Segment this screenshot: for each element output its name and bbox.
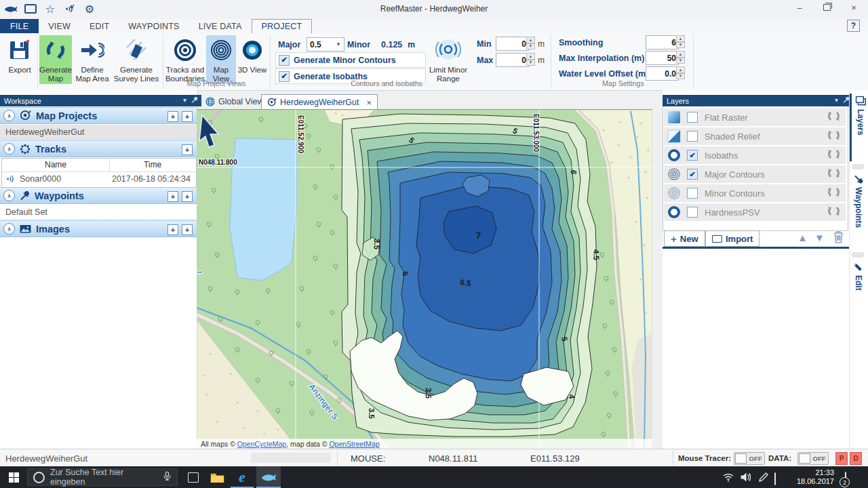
new-map-project-button[interactable]: +	[182, 111, 193, 122]
layer-row-isobaths[interactable]: ✔ Isobaths	[664, 146, 846, 164]
opencyclemap-link[interactable]: OpenCycleMap	[237, 440, 287, 448]
layers-panel-header[interactable]: Layers ▾	[663, 95, 853, 106]
waypoint-set-item[interactable]: Default Set	[0, 205, 197, 220]
generate-minor-contours-row[interactable]: ✔ Generate Minor Contours	[275, 52, 426, 68]
tracks-section-header[interactable]: ∧ Tracks +	[0, 140, 197, 157]
wifi-icon[interactable]	[723, 472, 734, 485]
max-interpolation-spinner[interactable]: ▲▼	[676, 51, 685, 64]
refresh-layer-icon[interactable]	[827, 186, 840, 201]
side-tab-edit[interactable]: Edit	[850, 260, 867, 309]
d-indicator-button[interactable]: D	[850, 452, 862, 465]
side-tab-layers[interactable]: Layers	[850, 94, 868, 161]
generate-isobaths-checkbox[interactable]: ✔	[279, 71, 290, 82]
task-view-button[interactable]	[183, 466, 203, 488]
taskbar-clock[interactable]: 21:33 18.06.2017	[797, 468, 834, 486]
refresh-layer-icon[interactable]	[827, 167, 840, 182]
internet-explorer-button[interactable]: e	[231, 466, 254, 488]
tracks-col-time[interactable]: Time	[109, 159, 195, 172]
refresh-layer-icon[interactable]	[827, 129, 840, 144]
add-track-button[interactable]: +	[182, 144, 193, 155]
tab-project[interactable]: PROJECT	[252, 19, 313, 33]
major-dropdown[interactable]: 0.5▼	[307, 37, 344, 52]
new-layer-button[interactable]: + New	[664, 230, 705, 247]
tab-herdewegweihergut[interactable]: HerdewegWeiherGut ×	[261, 94, 378, 110]
workspace-panel-header[interactable]: Workspace ▾	[0, 95, 201, 106]
data-toggle[interactable]: OFF	[797, 452, 829, 465]
min-input[interactable]: 0	[496, 37, 529, 51]
restore-button[interactable]	[822, 3, 831, 12]
import-layer-button[interactable]: Import	[705, 230, 760, 247]
collapse-icon[interactable]: ∧	[3, 223, 15, 235]
3d-view-button[interactable]: 3D View	[237, 35, 267, 84]
min-spinner[interactable]: ▲▼	[526, 37, 535, 49]
p-indicator-button[interactable]: P	[835, 452, 848, 465]
images-section-header[interactable]: ∧ Images ++	[0, 220, 197, 237]
new-waypoint-button[interactable]: +	[182, 191, 193, 202]
tab-global-view[interactable]: Global View	[200, 94, 269, 109]
tab-file[interactable]: FILE	[0, 19, 39, 33]
close-tab-icon[interactable]: ×	[367, 98, 372, 108]
volume-icon[interactable]	[741, 472, 751, 485]
export-button[interactable]: Export	[4, 35, 35, 84]
layer-checkbox[interactable]	[687, 112, 698, 123]
layer-checkbox[interactable]: ✔	[687, 169, 698, 180]
refresh-layer-icon[interactable]	[827, 148, 840, 163]
minimize-button[interactable]: –	[795, 3, 804, 12]
water-level-offset-input[interactable]: 0.0	[646, 66, 679, 81]
add-map-project-button[interactable]: +	[167, 111, 178, 122]
refresh-layer-icon[interactable]	[827, 110, 840, 125]
waypoints-section-header[interactable]: ∧ Waypoints ++	[0, 187, 197, 204]
generate-minor-contours-checkbox[interactable]: ✔	[279, 55, 290, 66]
map-project-item[interactable]: HerdewegWeiherGut	[0, 125, 197, 140]
tab-view[interactable]: VIEW	[39, 19, 80, 33]
collapse-icon[interactable]: ∧	[3, 143, 15, 155]
reefmaster-taskbar-button[interactable]	[256, 466, 281, 488]
layer-move-down-icon[interactable]: ▼	[814, 232, 825, 243]
start-button[interactable]	[0, 466, 27, 488]
layer-row-shaded-relief[interactable]: Shaded Relief	[664, 127, 846, 145]
max-input[interactable]: 0	[496, 53, 529, 67]
max-spinner[interactable]: ▲▼	[526, 53, 535, 66]
layers-menu-icon[interactable]: ▾	[835, 96, 838, 104]
add-waypoint-set-button[interactable]: +	[167, 191, 178, 202]
smoothing-input[interactable]: 6	[646, 35, 679, 49]
help-button[interactable]: ?	[847, 20, 860, 32]
pen-icon[interactable]	[758, 472, 768, 485]
add-image-button[interactable]: +	[167, 224, 178, 235]
layer-row-hardnesspsv[interactable]: HardnessPSV	[664, 203, 846, 221]
define-map-area-button[interactable]: Define Map Area	[73, 35, 111, 84]
tab-waypoints[interactable]: WAYPOINTS	[119, 19, 189, 33]
workspace-menu-icon[interactable]: ▾	[183, 96, 186, 104]
layer-checkbox[interactable]	[687, 207, 698, 218]
openstreetmap-link[interactable]: OpenStreetMap	[329, 440, 379, 448]
layer-row-minor-contours[interactable]: Minor Contours	[664, 184, 846, 202]
collapse-icon[interactable]: ∧	[3, 190, 15, 201]
delete-layer-icon[interactable]	[833, 230, 844, 246]
limit-minor-range-button[interactable]: Limit MinorRange	[427, 35, 469, 84]
mouse-tracer-toggle[interactable]: OFF	[734, 452, 765, 465]
track-row-name[interactable]: Sonar0000	[20, 174, 61, 184]
smoothing-spinner[interactable]: ▲▼	[676, 35, 685, 48]
collapse-icon[interactable]: ∧	[3, 110, 15, 121]
microphone-icon[interactable]	[163, 470, 172, 485]
touch-keyboard-icon[interactable]	[774, 473, 776, 485]
side-tab-waypoints[interactable]: Waypoints	[850, 172, 867, 248]
tab-edit[interactable]: EDIT	[80, 19, 119, 33]
new-image-button[interactable]: +	[182, 224, 193, 235]
workspace-pin-icon[interactable]	[191, 96, 198, 104]
max-interpolation-input[interactable]: 50	[646, 51, 679, 65]
layer-row-flat-raster[interactable]: Flat Raster	[664, 108, 846, 126]
taskbar-search-box[interactable]: Zur Suche Text hier eingeben	[27, 468, 178, 486]
map-projects-section-header[interactable]: ∧ Map Projects ++	[0, 107, 197, 124]
refresh-layer-icon[interactable]	[827, 205, 840, 220]
tracks-col-name[interactable]: Name	[2, 159, 109, 172]
layer-row-major-contours[interactable]: ✔ Major Contours	[664, 165, 846, 183]
layer-move-up-icon[interactable]: ▲	[797, 232, 808, 243]
generate-map-button[interactable]: Generate Map	[39, 35, 72, 84]
map-canvas[interactable]: E011.52.900 E011.53.000 N048.11.800 5 5 …	[197, 109, 652, 449]
generate-survey-lines-button[interactable]: Generate Survey Lines	[113, 35, 160, 84]
layer-checkbox[interactable]	[687, 188, 698, 199]
tracks-and-boundaries-button[interactable]: Tracks and Boundaries	[165, 35, 205, 84]
map-view-button[interactable]: Map View	[206, 35, 236, 84]
layer-checkbox[interactable]: ✔	[687, 150, 698, 161]
